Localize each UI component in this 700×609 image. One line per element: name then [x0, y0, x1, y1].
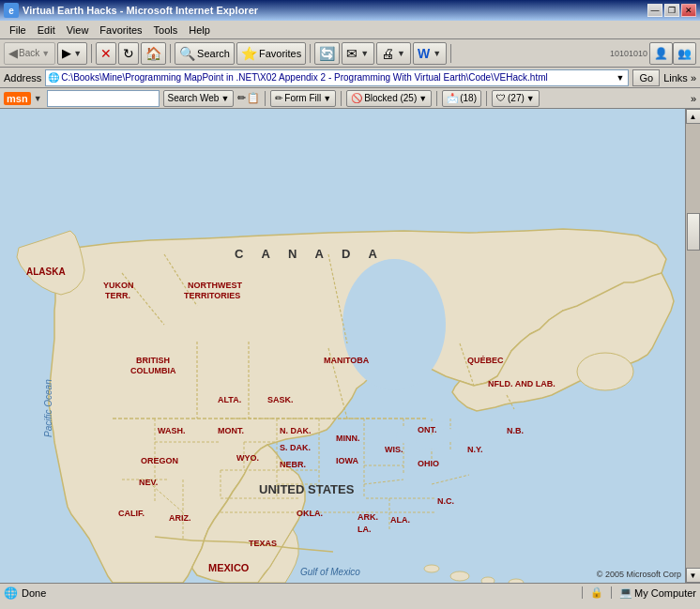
count1-label: (18) [460, 93, 477, 103]
status-computer: 💻 My Computer [611, 586, 696, 599]
ie-icon: e [4, 3, 19, 18]
menu-view[interactable]: View [61, 23, 95, 38]
favorites-button[interactable]: ⭐ Favorites [236, 42, 306, 65]
menu-edit[interactable]: Edit [32, 23, 61, 38]
blocked-label: Blocked (25) [364, 93, 417, 103]
address-dropdown[interactable]: ▼ [615, 73, 627, 83]
status-right: 🔒 💻 My Computer [582, 586, 696, 599]
msn-dropdown[interactable]: ▼ [33, 92, 43, 105]
scroll-thumb[interactable] [687, 213, 700, 251]
msn-logo: msn [4, 92, 31, 105]
msn-sep-4 [486, 91, 487, 106]
msn-bar: msn ▼ Search Web ▼ ✏ 📋 ✏ Form Fill ▼ 🚫 B… [0, 88, 700, 109]
map-container: Pacific Ocean C A N A D A ALASKA YUKON T… [0, 109, 700, 583]
svg-point-46 [342, 259, 446, 390]
menu-favorites[interactable]: Favorites [94, 23, 147, 38]
svg-point-45 [432, 421, 447, 431]
menu-file[interactable]: File [4, 23, 32, 38]
minimize-button[interactable]: — [647, 4, 662, 17]
mail-dropdown[interactable]: ▼ [359, 47, 370, 60]
toolbar-sep-4 [450, 44, 451, 63]
print-dropdown[interactable]: ▼ [396, 47, 406, 60]
title-bar-buttons: — ❐ ✕ [647, 4, 696, 17]
menu-tools[interactable]: Tools [148, 23, 184, 38]
svg-point-43 [437, 429, 460, 442]
msn-sep-1 [265, 91, 266, 106]
status-icon: 🌐 [4, 586, 18, 600]
user-button[interactable]: 👥 [673, 42, 696, 65]
status-security: 🔒 [582, 586, 603, 599]
print-button[interactable]: 🖨 ▼ [376, 42, 411, 65]
title-bar: e Virtual Earth Hacks - Microsoft Intern… [0, 0, 700, 21]
toolbar: ◀ Back ▼ ▶ ▼ ✕ ↻ 🏠 🔍 Search ⭐ Favorites … [0, 39, 700, 68]
menu-help[interactable]: Help [183, 23, 216, 38]
address-input-wrap[interactable]: 🌐 ▼ [45, 69, 629, 86]
status-bar: 🌐 Done 🔒 💻 My Computer [0, 583, 700, 601]
address-input[interactable] [61, 72, 612, 83]
back-label: Back [19, 48, 39, 58]
computer-label: My Computer [634, 587, 696, 599]
msn-sep-2 [341, 91, 342, 106]
favorites-label: Favorites [259, 48, 301, 59]
svg-point-8 [450, 571, 469, 581]
address-label: Address [4, 72, 41, 84]
form-fill-label: Form Fill [284, 93, 321, 103]
svg-point-3 [577, 353, 633, 390]
messenger-button[interactable]: 👤 [649, 42, 673, 65]
bits-icon: 10101010 [610, 49, 647, 58]
computer-icon: 💻 [619, 586, 632, 599]
forward-button[interactable]: ▶ ▼ [57, 42, 87, 65]
links-button[interactable]: Links » [663, 72, 696, 84]
count2-label: (27) [508, 93, 525, 103]
search-button[interactable]: 🔍 Search [175, 42, 235, 65]
back-dropdown[interactable]: ▼ [40, 47, 51, 60]
svg-point-9 [481, 577, 495, 583]
msn-right: » [691, 93, 696, 104]
title-bar-left: e Virtual Earth Hacks - Microsoft Intern… [4, 3, 258, 18]
form-fill-dropdown[interactable]: ▼ [323, 94, 331, 103]
toolbar-sep-1 [91, 44, 92, 63]
refresh-button[interactable]: ↻ [118, 42, 139, 65]
search-web-button[interactable]: Search Web ▼ [163, 90, 235, 107]
scroll-down-button[interactable]: ▼ [686, 568, 701, 583]
status-text: Done [22, 587, 578, 599]
search-web-dropdown[interactable]: ▼ [221, 94, 229, 103]
svg-text:Pacific Ocean: Pacific Ocean [43, 379, 53, 437]
restore-button[interactable]: ❐ [664, 4, 679, 17]
blocked-dropdown[interactable]: ▼ [418, 94, 427, 103]
toolbar-sep-3 [310, 44, 311, 63]
word-dropdown[interactable]: ▼ [432, 47, 442, 60]
go-button[interactable]: Go [632, 69, 660, 86]
msn-expand[interactable]: » [691, 93, 696, 104]
stop-button[interactable]: ✕ [96, 42, 116, 65]
toolbar-sep-2 [170, 44, 171, 63]
map-svg: Pacific Ocean [0, 109, 685, 583]
msn-icons: ✏ 📋 [237, 92, 260, 104]
msn-search-box[interactable] [47, 90, 160, 107]
address-bar: Address 🌐 ▼ Go Links » [0, 68, 700, 88]
count2-dropdown[interactable]: ▼ [526, 94, 535, 103]
home-button[interactable]: 🏠 [141, 42, 166, 65]
page-icon: 🌐 [48, 72, 59, 83]
back-button[interactable]: ◀ Back ▼ [4, 42, 55, 65]
close-button[interactable]: ✕ [681, 4, 696, 17]
security-icon: 🔒 [590, 586, 603, 599]
toolbar-right: 10101010 👤 👥 [610, 42, 696, 65]
menu-bar: File Edit View Favorites Tools Help [0, 21, 700, 39]
msn-search-input[interactable] [48, 93, 159, 103]
media-button[interactable]: 🔄 [314, 42, 340, 65]
count2-button[interactable]: 🛡 (27) ▼ [492, 90, 540, 107]
mail-button[interactable]: ✉ ▼ [342, 42, 374, 65]
count1-button[interactable]: 📩 (18) [442, 90, 481, 107]
form-fill-button[interactable]: ✏ Form Fill ▼ [270, 90, 336, 107]
msn-logo-area: msn ▼ [4, 92, 43, 105]
search-web-label: Search Web [168, 93, 220, 103]
scrollbar-vertical[interactable]: ▲ ▼ [685, 109, 700, 583]
window-title: Virtual Earth Hacks - Microsoft Internet… [23, 5, 258, 16]
word-button[interactable]: W ▼ [413, 42, 447, 65]
forward-dropdown[interactable]: ▼ [72, 47, 83, 60]
scroll-up-button[interactable]: ▲ [686, 109, 701, 124]
msn-sep-3 [436, 91, 437, 106]
scroll-track[interactable] [686, 124, 701, 568]
blocked-button[interactable]: 🚫 Blocked (25) ▼ [346, 90, 432, 107]
